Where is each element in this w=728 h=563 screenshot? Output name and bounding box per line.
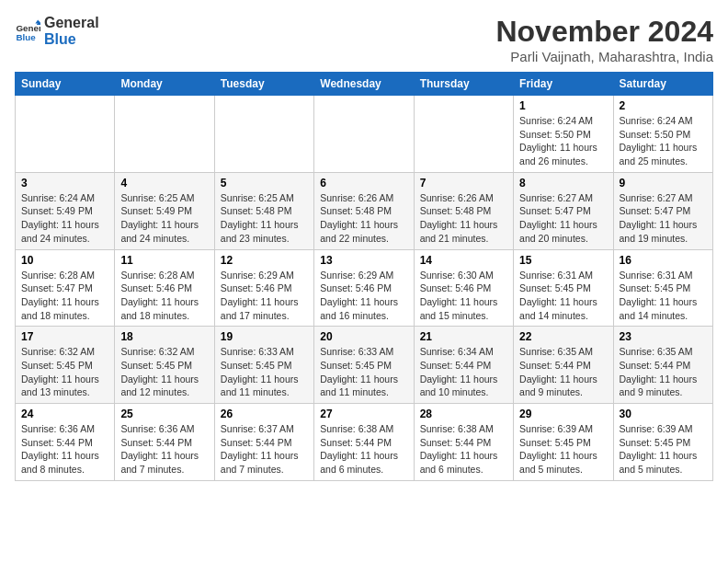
calendar-week-2: 3Sunrise: 6:24 AM Sunset: 5:49 PM Daylig… bbox=[16, 172, 713, 249]
day-number: 10 bbox=[21, 254, 108, 267]
location-title: Parli Vaijnath, Maharashtra, India bbox=[495, 49, 713, 64]
day-number: 1 bbox=[519, 99, 607, 112]
day-info: Sunrise: 6:36 AM Sunset: 5:44 PM Dayligh… bbox=[21, 422, 108, 477]
day-info: Sunrise: 6:26 AM Sunset: 5:48 PM Dayligh… bbox=[320, 191, 407, 246]
calendar-week-1: 1Sunrise: 6:24 AM Sunset: 5:50 PM Daylig… bbox=[16, 96, 713, 173]
calendar-cell: 30Sunrise: 6:39 AM Sunset: 5:45 PM Dayli… bbox=[613, 404, 712, 481]
calendar-cell: 24Sunrise: 6:36 AM Sunset: 5:44 PM Dayli… bbox=[16, 404, 115, 481]
calendar-cell bbox=[16, 96, 115, 173]
day-number: 2 bbox=[620, 99, 707, 112]
day-number: 3 bbox=[21, 177, 108, 190]
day-number: 24 bbox=[21, 408, 108, 420]
day-info: Sunrise: 6:24 AM Sunset: 5:50 PM Dayligh… bbox=[519, 114, 607, 168]
calendar-cell: 22Sunrise: 6:35 AM Sunset: 5:44 PM Dayli… bbox=[514, 327, 613, 404]
title-block: November 2024 Parli Vaijnath, Maharashtr… bbox=[495, 15, 713, 64]
logo: General Blue General Blue bbox=[15, 15, 99, 47]
calendar-cell: 16Sunrise: 6:31 AM Sunset: 5:45 PM Dayli… bbox=[613, 249, 712, 327]
day-info: Sunrise: 6:29 AM Sunset: 5:46 PM Dayligh… bbox=[320, 269, 407, 323]
day-info: Sunrise: 6:30 AM Sunset: 5:46 PM Dayligh… bbox=[420, 269, 507, 323]
calendar-cell: 13Sunrise: 6:29 AM Sunset: 5:46 PM Dayli… bbox=[314, 249, 414, 327]
calendar-header-monday: Monday bbox=[115, 73, 214, 96]
svg-text:Blue: Blue bbox=[16, 31, 36, 41]
day-number: 8 bbox=[519, 177, 607, 190]
calendar-cell: 18Sunrise: 6:32 AM Sunset: 5:45 PM Dayli… bbox=[115, 327, 214, 404]
day-info: Sunrise: 6:27 AM Sunset: 5:47 PM Dayligh… bbox=[519, 191, 607, 246]
day-number: 13 bbox=[320, 254, 407, 267]
calendar-week-4: 17Sunrise: 6:32 AM Sunset: 5:45 PM Dayli… bbox=[16, 327, 713, 404]
day-info: Sunrise: 6:36 AM Sunset: 5:44 PM Dayligh… bbox=[120, 422, 208, 477]
calendar-cell bbox=[115, 96, 214, 173]
calendar-cell: 21Sunrise: 6:34 AM Sunset: 5:44 PM Dayli… bbox=[414, 327, 513, 404]
day-number: 14 bbox=[420, 254, 507, 267]
day-number: 7 bbox=[420, 177, 507, 190]
day-info: Sunrise: 6:33 AM Sunset: 5:45 PM Dayligh… bbox=[221, 345, 308, 399]
day-number: 4 bbox=[120, 177, 208, 190]
calendar-cell: 27Sunrise: 6:38 AM Sunset: 5:44 PM Dayli… bbox=[314, 404, 414, 481]
calendar-header-thursday: Thursday bbox=[414, 73, 513, 96]
calendar-week-3: 10Sunrise: 6:28 AM Sunset: 5:47 PM Dayli… bbox=[16, 249, 713, 327]
calendar-week-5: 24Sunrise: 6:36 AM Sunset: 5:44 PM Dayli… bbox=[16, 404, 713, 481]
calendar-cell: 20Sunrise: 6:33 AM Sunset: 5:45 PM Dayli… bbox=[314, 327, 414, 404]
day-info: Sunrise: 6:25 AM Sunset: 5:48 PM Dayligh… bbox=[221, 191, 308, 246]
day-number: 26 bbox=[221, 408, 308, 420]
logo-icon: General Blue bbox=[15, 18, 40, 44]
day-number: 28 bbox=[420, 408, 507, 420]
calendar-cell: 1Sunrise: 6:24 AM Sunset: 5:50 PM Daylig… bbox=[514, 96, 613, 173]
calendar-cell: 15Sunrise: 6:31 AM Sunset: 5:45 PM Dayli… bbox=[514, 249, 613, 327]
day-number: 9 bbox=[620, 177, 707, 190]
day-info: Sunrise: 6:24 AM Sunset: 5:50 PM Dayligh… bbox=[620, 114, 707, 168]
logo-general: General bbox=[44, 15, 99, 31]
header: General Blue General Blue November 2024 … bbox=[15, 15, 713, 64]
day-number: 18 bbox=[120, 330, 208, 343]
calendar-cell: 28Sunrise: 6:38 AM Sunset: 5:44 PM Dayli… bbox=[414, 404, 513, 481]
day-info: Sunrise: 6:33 AM Sunset: 5:45 PM Dayligh… bbox=[320, 345, 407, 399]
day-number: 27 bbox=[320, 408, 407, 420]
day-number: 29 bbox=[519, 408, 607, 420]
day-number: 21 bbox=[420, 330, 507, 343]
calendar-cell: 19Sunrise: 6:33 AM Sunset: 5:45 PM Dayli… bbox=[214, 327, 313, 404]
day-info: Sunrise: 6:35 AM Sunset: 5:44 PM Dayligh… bbox=[519, 345, 607, 399]
calendar-header-saturday: Saturday bbox=[613, 73, 712, 96]
day-number: 5 bbox=[221, 177, 308, 190]
calendar-cell: 7Sunrise: 6:26 AM Sunset: 5:48 PM Daylig… bbox=[414, 172, 513, 249]
calendar-cell: 6Sunrise: 6:26 AM Sunset: 5:48 PM Daylig… bbox=[314, 172, 414, 249]
calendar-cell: 23Sunrise: 6:35 AM Sunset: 5:44 PM Dayli… bbox=[613, 327, 712, 404]
calendar-cell: 25Sunrise: 6:36 AM Sunset: 5:44 PM Dayli… bbox=[115, 404, 214, 481]
day-number: 22 bbox=[519, 330, 607, 343]
calendar-cell: 5Sunrise: 6:25 AM Sunset: 5:48 PM Daylig… bbox=[214, 172, 313, 249]
day-info: Sunrise: 6:28 AM Sunset: 5:46 PM Dayligh… bbox=[120, 269, 208, 323]
calendar-header-tuesday: Tuesday bbox=[214, 73, 313, 96]
calendar-cell: 4Sunrise: 6:25 AM Sunset: 5:49 PM Daylig… bbox=[115, 172, 214, 249]
calendar-cell: 10Sunrise: 6:28 AM Sunset: 5:47 PM Dayli… bbox=[16, 249, 115, 327]
calendar-cell: 11Sunrise: 6:28 AM Sunset: 5:46 PM Dayli… bbox=[115, 249, 214, 327]
day-info: Sunrise: 6:34 AM Sunset: 5:44 PM Dayligh… bbox=[420, 345, 507, 399]
day-number: 20 bbox=[320, 330, 407, 343]
calendar-cell bbox=[214, 96, 313, 173]
day-info: Sunrise: 6:39 AM Sunset: 5:45 PM Dayligh… bbox=[620, 422, 707, 477]
day-info: Sunrise: 6:38 AM Sunset: 5:44 PM Dayligh… bbox=[420, 422, 507, 477]
calendar-header-sunday: Sunday bbox=[16, 73, 115, 96]
day-info: Sunrise: 6:39 AM Sunset: 5:45 PM Dayligh… bbox=[519, 422, 607, 477]
day-info: Sunrise: 6:31 AM Sunset: 5:45 PM Dayligh… bbox=[620, 269, 707, 323]
day-number: 11 bbox=[120, 254, 208, 267]
calendar-cell: 9Sunrise: 6:27 AM Sunset: 5:47 PM Daylig… bbox=[613, 172, 712, 249]
calendar-header-row: SundayMondayTuesdayWednesdayThursdayFrid… bbox=[16, 73, 713, 96]
month-title: November 2024 bbox=[495, 15, 713, 49]
day-info: Sunrise: 6:35 AM Sunset: 5:44 PM Dayligh… bbox=[620, 345, 707, 399]
day-info: Sunrise: 6:32 AM Sunset: 5:45 PM Dayligh… bbox=[120, 345, 208, 399]
calendar-cell bbox=[314, 96, 414, 173]
calendar-cell: 26Sunrise: 6:37 AM Sunset: 5:44 PM Dayli… bbox=[214, 404, 313, 481]
day-info: Sunrise: 6:27 AM Sunset: 5:47 PM Dayligh… bbox=[620, 191, 707, 246]
day-number: 23 bbox=[620, 330, 707, 343]
calendar-header-wednesday: Wednesday bbox=[314, 73, 414, 96]
calendar-header-friday: Friday bbox=[514, 73, 613, 96]
day-number: 15 bbox=[519, 254, 607, 267]
day-info: Sunrise: 6:37 AM Sunset: 5:44 PM Dayligh… bbox=[221, 422, 308, 477]
calendar-cell: 17Sunrise: 6:32 AM Sunset: 5:45 PM Dayli… bbox=[16, 327, 115, 404]
day-info: Sunrise: 6:38 AM Sunset: 5:44 PM Dayligh… bbox=[320, 422, 407, 477]
calendar-cell: 2Sunrise: 6:24 AM Sunset: 5:50 PM Daylig… bbox=[613, 96, 712, 173]
day-number: 16 bbox=[620, 254, 707, 267]
day-number: 19 bbox=[221, 330, 308, 343]
calendar-cell: 12Sunrise: 6:29 AM Sunset: 5:46 PM Dayli… bbox=[214, 249, 313, 327]
calendar-body: 1Sunrise: 6:24 AM Sunset: 5:50 PM Daylig… bbox=[16, 96, 713, 481]
